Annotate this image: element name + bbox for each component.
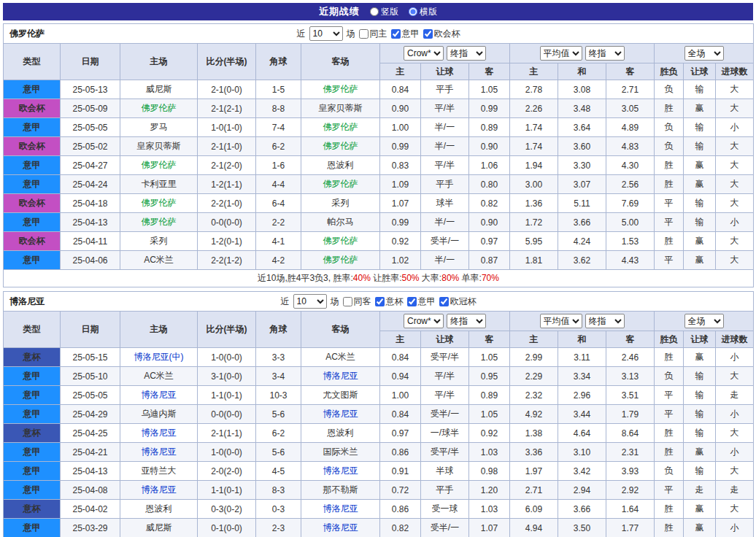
euro-odds-stage-select[interactable]: 终指: [585, 314, 625, 328]
column-header: 日期: [61, 44, 120, 80]
goals-outcome: 大: [716, 137, 754, 156]
match-type-badge: 意甲: [4, 251, 61, 270]
bookmaker-select[interactable]: Crow*: [404, 46, 444, 61]
match-type-badge: 意甲: [4, 367, 61, 386]
layout-option-horizontal[interactable]: 横版: [409, 6, 437, 18]
handicap-outcome: 赢: [684, 232, 716, 251]
filter-checkbox[interactable]: [423, 29, 433, 39]
euro-average-select[interactable]: 平均值: [540, 46, 582, 61]
recent-count-select[interactable]: 10: [309, 26, 343, 41]
euro-draw-odds: 3.34: [558, 367, 606, 386]
recent-count-select[interactable]: 10: [293, 294, 327, 309]
euro-away-odds: 3.05: [606, 99, 655, 118]
handicap-outcome: 输: [684, 405, 716, 424]
asian-away-odds: 0.92: [469, 424, 510, 443]
euro-away-odds: 1.64: [606, 500, 655, 519]
filter-option-0-2[interactable]: 欧会杯: [423, 28, 460, 40]
asian-away-odds: 1.07: [469, 519, 510, 537]
asian-away-odds: 0.89: [469, 386, 510, 405]
home-team: 佛罗伦萨: [120, 213, 198, 232]
corner-score: 6-4: [256, 194, 301, 213]
column-subheader: 和: [558, 331, 606, 348]
recent-label-suffix: 场: [331, 295, 339, 308]
handicap-outcome: 赢: [684, 348, 716, 367]
recent-results-table: 佛罗伦萨近10场同主意甲欧会杯类型日期主场比分(半场)角球客场Crow*终指平均…: [3, 23, 754, 287]
bookmaker-select[interactable]: Crow*: [404, 314, 444, 328]
euro-draw-odds: 3.44: [558, 405, 606, 424]
asian-away-odds: 0.90: [469, 213, 510, 232]
match-type-badge: 意甲: [4, 443, 61, 462]
euro-home-odds: 1.97: [510, 462, 558, 481]
match-date: 25-04-08: [61, 481, 120, 500]
euro-draw-odds: 2.94: [558, 481, 606, 500]
euro-draw-odds: 3.64: [558, 118, 606, 137]
layout-option-vertical[interactable]: 竖版: [370, 6, 398, 18]
euro-draw-odds: 4.64: [558, 424, 606, 443]
asian-home-odds: 0.90: [380, 99, 421, 118]
asian-odds-stage-select[interactable]: 终指: [447, 46, 486, 61]
filter-checkbox[interactable]: [375, 297, 385, 306]
score: 2-1(1-1): [198, 424, 256, 443]
asian-odds-stage-select[interactable]: 终指: [447, 314, 486, 328]
filter-option-1-0[interactable]: 同客: [343, 295, 371, 308]
euro-average-select[interactable]: 平均值: [540, 314, 582, 328]
home-team: 博洛尼亚: [120, 424, 198, 443]
euro-home-odds: 5.95: [510, 232, 558, 251]
score: 1-0(0-0): [198, 348, 256, 367]
filter-option-1-3[interactable]: 欧冠杯: [439, 295, 477, 308]
euro-away-odds: 1.79: [606, 405, 655, 424]
filter-option-1-1[interactable]: 意杯: [375, 295, 404, 308]
match-date: 25-04-24: [61, 175, 120, 194]
asian-handicap: 平手: [421, 80, 469, 99]
vertical-layout-radio[interactable]: [370, 7, 379, 16]
handicap-outcome: 赢: [684, 156, 716, 175]
asian-handicap: 受半/一: [421, 519, 469, 537]
column-header: 类型: [4, 44, 61, 80]
euro-draw-odds: 2.96: [558, 386, 606, 405]
filter-option-0-0[interactable]: 同主: [359, 28, 387, 40]
goals-outcome: 大: [716, 500, 754, 519]
match-row: 欧会杯25-04-11采列1-2(0-1)4-1佛罗伦萨0.92受半/一0.97…: [4, 232, 754, 251]
euro-home-odds: 1.38: [510, 424, 558, 443]
horizontal-layout-radio[interactable]: [409, 7, 417, 16]
scope-select[interactable]: 全场: [684, 46, 724, 61]
handicap-outcome: 走: [684, 481, 716, 500]
home-team: 佛罗伦萨: [120, 156, 198, 175]
home-team: 博洛尼亚: [120, 386, 198, 405]
filter-checkbox[interactable]: [359, 29, 369, 39]
asian-handicap: 平手: [421, 175, 469, 194]
euro-odds-stage-select[interactable]: 终指: [585, 46, 625, 61]
result-outcome: 平: [655, 251, 684, 270]
summary-row: 近10场,胜4平3负3, 胜率:40% 让胜率:50% 大率:80% 单率:70…: [4, 270, 754, 287]
asian-home-odds: 0.99: [380, 137, 421, 156]
match-row: 欧会杯25-05-02皇家贝蒂斯2-1(1-0)6-2佛罗伦萨0.99半/一0.…: [4, 137, 754, 156]
filter-checkbox[interactable]: [439, 297, 449, 306]
handicap-outcome: 赢: [684, 519, 716, 537]
goals-outcome: 大: [716, 156, 754, 175]
asian-away-odds: 0.97: [469, 232, 510, 251]
euro-away-odds: 8.64: [606, 424, 655, 443]
match-row: 意甲25-05-10AC米兰3-1(0-0)3-4博洛尼亚0.94平/半0.95…: [4, 367, 754, 386]
euro-home-odds: 4.92: [510, 405, 558, 424]
match-type-badge: 意甲: [4, 462, 61, 481]
filter-checkbox[interactable]: [391, 29, 401, 39]
euro-home-odds: 2.78: [510, 80, 558, 99]
filter-option-0-1[interactable]: 意甲: [391, 28, 420, 40]
away-team: AC米兰: [301, 348, 380, 367]
scope-select[interactable]: 全场: [684, 314, 724, 328]
asian-away-odds: 1.20: [469, 481, 510, 500]
score: 3-1(0-0): [198, 367, 256, 386]
asian-home-odds: 0.97: [380, 424, 421, 443]
asian-away-odds: 0.98: [469, 462, 510, 481]
summary-segment: 大率:: [420, 273, 442, 283]
home-team: 博洛尼亚: [120, 443, 198, 462]
filter-checkbox[interactable]: [343, 297, 352, 306]
euro-home-odds: 4.94: [510, 519, 558, 537]
filter-option-1-2[interactable]: 意甲: [407, 295, 436, 308]
away-team: 佛罗伦萨: [301, 118, 380, 137]
away-team: 佛罗伦萨: [301, 232, 380, 251]
corner-score: 3-3: [256, 348, 301, 367]
column-header: 主场: [120, 312, 198, 348]
result-outcome: 胜: [655, 348, 684, 367]
filter-checkbox[interactable]: [407, 297, 417, 306]
